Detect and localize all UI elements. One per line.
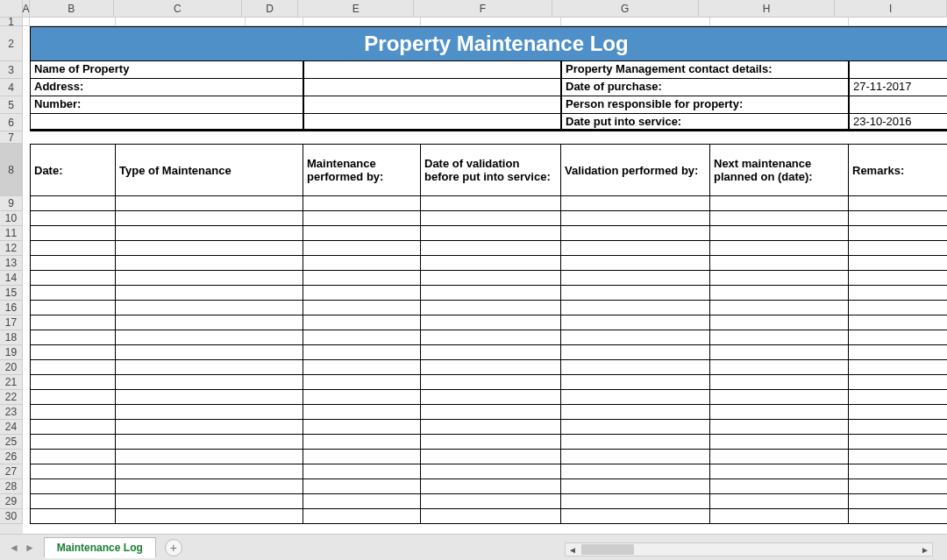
row-header-29[interactable]: 29 (0, 494, 23, 509)
col-header-I[interactable]: I (835, 0, 947, 18)
table-cell[interactable] (561, 405, 710, 420)
row-header-10[interactable]: 10 (0, 211, 23, 226)
log-header-cell[interactable]: Validation performed by: (561, 144, 710, 196)
info-value[interactable]: 27-11-2017 (849, 79, 947, 96)
table-cell[interactable] (710, 345, 849, 360)
table-cell[interactable] (561, 315, 710, 330)
table-cell[interactable] (710, 405, 849, 420)
table-cell[interactable] (116, 330, 303, 345)
row-header-3[interactable]: 3 (0, 61, 23, 79)
table-row[interactable] (30, 226, 947, 241)
col-header-D[interactable]: D (242, 0, 299, 18)
table-cell[interactable] (849, 420, 947, 435)
table-cell[interactable] (421, 450, 561, 464)
table-cell[interactable] (561, 464, 710, 479)
table-cell[interactable] (116, 256, 303, 271)
col-header-A[interactable]: A (23, 0, 30, 18)
log-header-cell[interactable]: Type of Maintenance (116, 144, 303, 196)
table-row[interactable] (30, 375, 947, 390)
table-cell[interactable] (561, 360, 710, 375)
table-cell[interactable] (421, 271, 561, 286)
table-cell[interactable] (849, 286, 947, 301)
table-cell[interactable] (116, 301, 303, 315)
row-header-30[interactable]: 30 (0, 509, 23, 524)
table-cell[interactable] (421, 256, 561, 271)
table-row[interactable] (30, 301, 947, 315)
scroll-left-icon[interactable]: ◄ (566, 545, 580, 555)
table-cell[interactable] (849, 450, 947, 464)
cell[interactable] (116, 18, 246, 26)
col-header-H[interactable]: H (699, 0, 835, 18)
table-cell[interactable] (710, 494, 849, 509)
table-cell[interactable] (421, 464, 561, 479)
table-row[interactable] (30, 360, 947, 375)
row-7-blank[interactable] (23, 131, 947, 144)
info-label[interactable]: Person responsible for property: (561, 96, 849, 114)
table-cell[interactable] (849, 464, 947, 479)
table-cell[interactable] (116, 420, 303, 435)
row-header-17[interactable]: 17 (0, 315, 23, 330)
row-header-22[interactable]: 22 (0, 390, 23, 405)
table-cell[interactable] (30, 464, 116, 479)
info-label[interactable]: Property Management contact details: (561, 61, 849, 79)
table-cell[interactable] (116, 286, 303, 301)
table-cell[interactable] (849, 435, 947, 450)
row-header-6[interactable]: 6 (0, 114, 23, 131)
table-cell[interactable] (303, 241, 421, 256)
row-header-18[interactable]: 18 (0, 330, 23, 345)
table-row[interactable] (30, 390, 947, 405)
table-row[interactable] (30, 196, 947, 211)
row-header-15[interactable]: 15 (0, 286, 23, 301)
table-cell[interactable] (303, 509, 421, 524)
table-cell[interactable] (421, 196, 561, 211)
table-cell[interactable] (710, 360, 849, 375)
table-cell[interactable] (849, 226, 947, 241)
table-row[interactable] (30, 241, 947, 256)
table-cell[interactable] (849, 256, 947, 271)
row-header-24[interactable]: 24 (0, 420, 23, 435)
log-header-cell[interactable]: Maintenance performed by: (303, 144, 421, 196)
grid[interactable]: Property Maintenance Log Name of Propert… (23, 18, 947, 534)
table-row[interactable] (30, 494, 947, 509)
table-cell[interactable] (849, 241, 947, 256)
table-cell[interactable] (561, 256, 710, 271)
table-cell[interactable] (561, 345, 710, 360)
table-cell[interactable] (303, 479, 421, 494)
table-cell[interactable] (561, 301, 710, 315)
table-cell[interactable] (303, 226, 421, 241)
log-header-cell[interactable]: Remarks: (849, 144, 947, 196)
cell[interactable] (246, 18, 303, 26)
table-cell[interactable] (116, 271, 303, 286)
table-cell[interactable] (849, 211, 947, 226)
table-cell[interactable] (116, 360, 303, 375)
info-label[interactable]: Date of purchase: (561, 79, 849, 96)
table-cell[interactable] (303, 420, 421, 435)
info-row[interactable]: Number:Person responsible for property: (30, 96, 947, 114)
table-cell[interactable] (30, 256, 116, 271)
table-cell[interactable] (561, 271, 710, 286)
table-cell[interactable] (710, 435, 849, 450)
table-cell[interactable] (303, 450, 421, 464)
table-cell[interactable] (116, 405, 303, 420)
table-cell[interactable] (116, 315, 303, 330)
table-row[interactable] (30, 256, 947, 271)
table-cell[interactable] (30, 241, 116, 256)
table-cell[interactable] (303, 390, 421, 405)
row-1[interactable] (23, 18, 947, 26)
table-row[interactable] (30, 330, 947, 345)
table-cell[interactable] (710, 464, 849, 479)
table-cell[interactable] (849, 315, 947, 330)
table-row[interactable] (30, 211, 947, 226)
table-cell[interactable] (303, 315, 421, 330)
log-header-cell[interactable]: Date of validation before put into servi… (421, 144, 561, 196)
table-row[interactable] (30, 315, 947, 330)
table-cell[interactable] (116, 345, 303, 360)
table-cell[interactable] (561, 390, 710, 405)
table-cell[interactable] (710, 479, 849, 494)
table-cell[interactable] (303, 196, 421, 211)
table-cell[interactable] (303, 301, 421, 315)
table-cell[interactable] (849, 494, 947, 509)
row-header-28[interactable]: 28 (0, 479, 23, 494)
table-cell[interactable] (116, 196, 303, 211)
info-label[interactable]: Number: (30, 96, 303, 114)
